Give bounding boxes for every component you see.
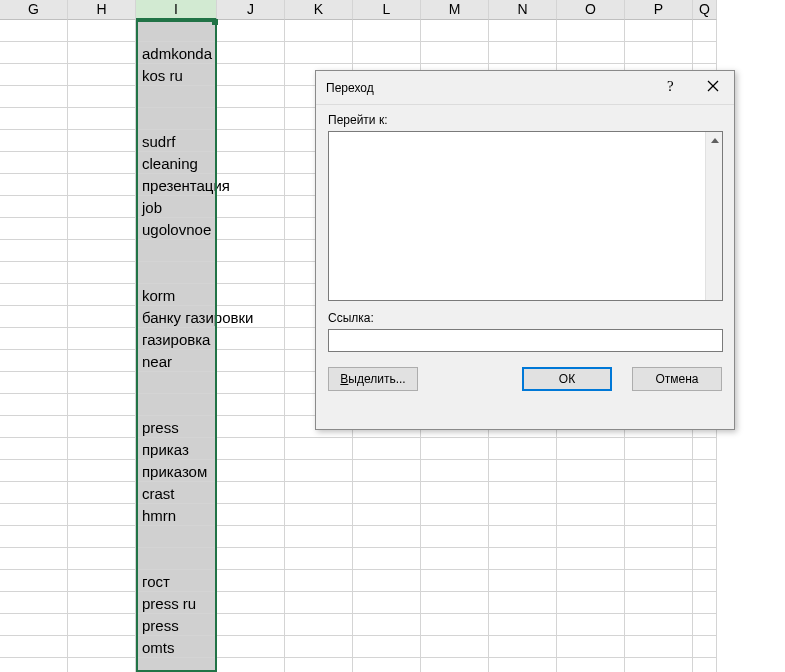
- cell[interactable]: [0, 20, 68, 42]
- cell[interactable]: [217, 416, 285, 438]
- cell[interactable]: [557, 658, 625, 672]
- cell[interactable]: [68, 482, 136, 504]
- cell[interactable]: [0, 64, 68, 86]
- cell[interactable]: [353, 42, 421, 64]
- cell[interactable]: [285, 570, 353, 592]
- cell[interactable]: [217, 328, 285, 350]
- cell[interactable]: [217, 42, 285, 64]
- cell[interactable]: [693, 592, 717, 614]
- cell[interactable]: [421, 460, 489, 482]
- cell[interactable]: [217, 130, 285, 152]
- column-header-O[interactable]: O: [557, 0, 625, 20]
- cell[interactable]: [421, 570, 489, 592]
- cell[interactable]: [285, 592, 353, 614]
- cell[interactable]: [353, 438, 421, 460]
- cell[interactable]: [421, 614, 489, 636]
- cell[interactable]: [557, 42, 625, 64]
- column-header-L[interactable]: L: [353, 0, 421, 20]
- cell[interactable]: [0, 416, 68, 438]
- cell[interactable]: [136, 526, 217, 548]
- cell[interactable]: [0, 658, 68, 672]
- cell[interactable]: [353, 570, 421, 592]
- cell[interactable]: [68, 262, 136, 284]
- cell[interactable]: [217, 482, 285, 504]
- cell[interactable]: [421, 548, 489, 570]
- cell[interactable]: [68, 86, 136, 108]
- cell[interactable]: omts: [136, 636, 217, 658]
- column-header-Q[interactable]: Q: [693, 0, 717, 20]
- cell[interactable]: hmrn: [136, 504, 217, 526]
- cell[interactable]: [625, 460, 693, 482]
- cell[interactable]: [217, 240, 285, 262]
- cell[interactable]: [353, 526, 421, 548]
- cell[interactable]: [217, 64, 285, 86]
- cell[interactable]: [421, 20, 489, 42]
- cell[interactable]: [217, 350, 285, 372]
- cell[interactable]: газировка: [136, 328, 217, 350]
- cell[interactable]: [136, 548, 217, 570]
- cell[interactable]: банку газировки: [136, 306, 217, 328]
- cell[interactable]: [693, 614, 717, 636]
- cell[interactable]: [68, 130, 136, 152]
- cell[interactable]: [136, 658, 217, 672]
- column-header-G[interactable]: G: [0, 0, 68, 20]
- cell[interactable]: [0, 218, 68, 240]
- cell[interactable]: [625, 548, 693, 570]
- cell[interactable]: [693, 548, 717, 570]
- close-button[interactable]: [692, 72, 734, 100]
- cell[interactable]: [0, 526, 68, 548]
- cell[interactable]: [68, 394, 136, 416]
- cancel-button[interactable]: Отмена: [632, 367, 722, 391]
- cell[interactable]: [217, 262, 285, 284]
- cell[interactable]: [0, 108, 68, 130]
- cell[interactable]: [68, 592, 136, 614]
- cell[interactable]: [693, 438, 717, 460]
- cell[interactable]: [421, 504, 489, 526]
- cell[interactable]: [489, 20, 557, 42]
- cell[interactable]: [421, 526, 489, 548]
- cell[interactable]: [217, 284, 285, 306]
- cell[interactable]: [0, 42, 68, 64]
- cell[interactable]: [285, 658, 353, 672]
- cell[interactable]: [557, 20, 625, 42]
- cell[interactable]: гост: [136, 570, 217, 592]
- cell[interactable]: [68, 284, 136, 306]
- cell[interactable]: [489, 460, 557, 482]
- cell[interactable]: [217, 438, 285, 460]
- cell[interactable]: [0, 636, 68, 658]
- cell[interactable]: crast: [136, 482, 217, 504]
- cell[interactable]: [217, 658, 285, 672]
- cell[interactable]: [353, 548, 421, 570]
- cell[interactable]: [285, 636, 353, 658]
- ok-button[interactable]: ОК: [522, 367, 612, 391]
- cell[interactable]: [68, 548, 136, 570]
- cell[interactable]: [625, 614, 693, 636]
- cell[interactable]: [421, 658, 489, 672]
- cell[interactable]: [625, 42, 693, 64]
- cell[interactable]: [421, 482, 489, 504]
- cell[interactable]: [0, 614, 68, 636]
- cell[interactable]: [68, 20, 136, 42]
- cell[interactable]: [693, 636, 717, 658]
- cell[interactable]: [0, 328, 68, 350]
- cell[interactable]: [353, 592, 421, 614]
- cell[interactable]: [625, 438, 693, 460]
- cell[interactable]: [217, 152, 285, 174]
- cell[interactable]: [68, 350, 136, 372]
- cell[interactable]: [353, 504, 421, 526]
- cell[interactable]: [217, 592, 285, 614]
- cell[interactable]: [557, 636, 625, 658]
- scroll-up-icon[interactable]: [706, 132, 723, 149]
- cell[interactable]: [217, 548, 285, 570]
- cell[interactable]: [68, 526, 136, 548]
- cell[interactable]: [625, 658, 693, 672]
- cell[interactable]: [693, 504, 717, 526]
- cell[interactable]: cleaning: [136, 152, 217, 174]
- cell[interactable]: [557, 504, 625, 526]
- cell[interactable]: [693, 460, 717, 482]
- cell[interactable]: [0, 570, 68, 592]
- cell[interactable]: korm: [136, 284, 217, 306]
- cell[interactable]: [217, 614, 285, 636]
- cell[interactable]: ugolovnoe: [136, 218, 217, 240]
- cell[interactable]: [285, 526, 353, 548]
